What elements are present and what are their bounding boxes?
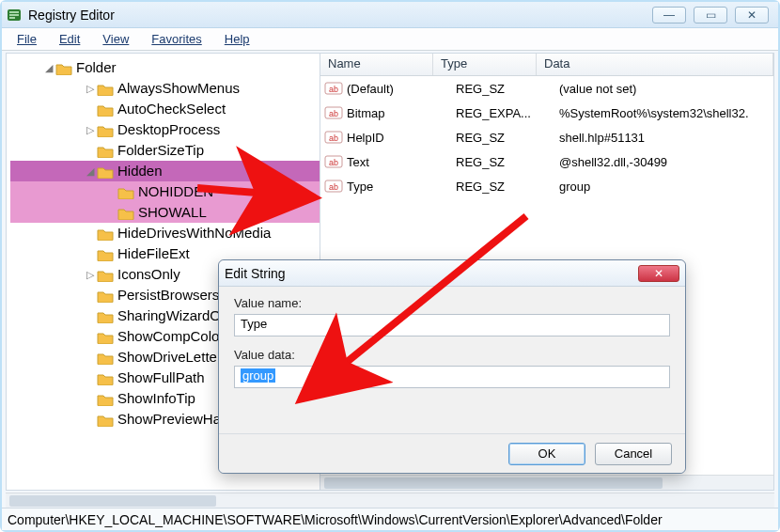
string-value-icon: ab (324, 81, 343, 96)
edit-string-dialog: Edit String ✕ Value name: Type Value dat… (218, 259, 686, 474)
value-data: (value not set) (559, 82, 773, 96)
expander-icon[interactable]: ▷ (84, 79, 97, 98)
svg-text:ab: ab (329, 133, 338, 143)
folder-icon (97, 144, 114, 157)
col-name[interactable]: Name (320, 54, 433, 75)
folder-icon (97, 330, 114, 343)
tree-item[interactable]: ▷DesktopProcess (10, 119, 320, 140)
tree-item[interactable]: ▷AlwaysShowMenus (10, 78, 320, 99)
list-row[interactable]: abHelpIDREG_SZshell.hlp#51131 (320, 125, 773, 149)
tree-label: DesktopProcess (117, 120, 220, 139)
menu-file[interactable]: File (8, 30, 46, 48)
tree-label: Hidden (117, 162, 163, 180)
window-controls: — ▭ ✕ (652, 7, 774, 23)
tree-label: FolderSizeTip (117, 141, 204, 160)
tree-label: ShowInfoTip (117, 389, 195, 408)
folder-icon (97, 351, 114, 364)
value-type: REG_SZ (456, 82, 559, 96)
tree-label: ShowCompColor (117, 327, 224, 346)
tree-label: HideDrivesWithNoMedia (117, 224, 271, 243)
tree-label: AlwaysShowMenus (117, 79, 240, 98)
folder-icon (97, 413, 114, 426)
folder-icon (97, 227, 114, 240)
svg-rect-1 (9, 11, 19, 13)
folder-icon (97, 82, 114, 95)
string-value-icon: ab (324, 130, 343, 145)
cancel-button[interactable]: Cancel (595, 443, 672, 465)
expander-icon[interactable]: ◢ (42, 58, 55, 77)
tree-item[interactable]: NOHIDDEN (10, 181, 320, 202)
expander-icon[interactable]: ▷ (84, 265, 97, 284)
value-name-label: Value name: (234, 296, 670, 310)
string-value-icon: ab (324, 154, 343, 169)
tree-label: PersistBrowsers (117, 286, 219, 305)
list-row[interactable]: abBitmapREG_EXPA...%SystemRoot%\system32… (320, 101, 773, 125)
folder-icon (117, 185, 134, 198)
value-data: group (559, 180, 773, 194)
folder-icon (55, 61, 72, 74)
tree-label: HideFileExt (117, 244, 190, 263)
menu-edit[interactable]: Edit (50, 30, 89, 48)
svg-text:ab: ab (329, 85, 338, 94)
menu-view[interactable]: View (93, 30, 138, 48)
folder-icon (97, 371, 114, 384)
dialog-buttons: OK Cancel (219, 433, 685, 473)
value-type: REG_SZ (456, 131, 559, 145)
tree-item[interactable]: AutoCheckSelect (10, 99, 320, 119)
maximize-button[interactable]: ▭ (694, 7, 727, 23)
value-name: Bitmap (347, 106, 456, 120)
menubar: File Edit View Favorites Help (2, 28, 778, 51)
value-type: REG_EXPA... (456, 106, 559, 120)
dialog-body: Value name: Type Value data: group (219, 287, 685, 433)
list-body: ab(Default)REG_SZ(value not set)abBitmap… (320, 76, 773, 198)
tree-item[interactable]: HideDrivesWithNoMedia (10, 223, 320, 243)
tree-label: SharingWizardOn (117, 306, 228, 325)
tree-item[interactable]: ◢Hidden (10, 161, 320, 181)
value-name: Text (347, 155, 456, 169)
svg-text:ab: ab (329, 158, 338, 167)
app-title: Registry Editor (28, 8, 115, 23)
tree-item[interactable]: FolderSizeTip (10, 140, 320, 161)
value-data-label: Value data: (234, 348, 670, 362)
tree-label: NOHIDDEN (138, 182, 213, 201)
value-data: shell.hlp#51131 (559, 131, 773, 145)
list-scrollbar[interactable] (320, 475, 773, 490)
folder-icon (97, 102, 114, 116)
minimize-button[interactable]: — (652, 7, 686, 23)
value-name: (Default) (347, 82, 456, 96)
folder-icon (97, 309, 114, 322)
expander-icon[interactable]: ▷ (84, 120, 97, 139)
dialog-titlebar[interactable]: Edit String ✕ (219, 260, 685, 287)
tree-item[interactable]: SHOWALL (10, 202, 320, 223)
expander-icon[interactable]: ◢ (84, 162, 97, 180)
menu-help[interactable]: Help (215, 30, 259, 48)
col-data[interactable]: Data (537, 54, 773, 75)
list-row[interactable]: abTextREG_SZ@shell32.dll,-30499 (320, 149, 773, 174)
folder-icon (97, 164, 114, 178)
col-type[interactable]: Type (433, 54, 537, 75)
svg-text:ab: ab (329, 182, 338, 192)
list-row[interactable]: abTypeREG_SZgroup (320, 174, 773, 198)
statusbar-path: Computer\HKEY_LOCAL_MACHINE\SOFTWARE\Mic… (8, 512, 663, 527)
tree-scrollbar[interactable] (6, 493, 774, 508)
value-name: Type (347, 180, 456, 194)
ok-button[interactable]: OK (508, 443, 585, 465)
list-row[interactable]: ab(Default)REG_SZ(value not set) (320, 76, 773, 101)
tree-item-folder[interactable]: ◢ Folder (10, 57, 320, 78)
svg-rect-3 (9, 17, 15, 19)
close-button[interactable]: ✕ (735, 7, 769, 23)
app-icon (6, 7, 23, 23)
folder-icon (97, 392, 114, 405)
menu-favorites[interactable]: Favorites (142, 30, 211, 48)
value-data-field[interactable]: group (234, 366, 670, 388)
svg-rect-2 (9, 14, 19, 16)
tree-label: AutoCheckSelect (117, 100, 226, 118)
titlebar[interactable]: Registry Editor — ▭ ✕ (2, 2, 778, 28)
dialog-close-button[interactable]: ✕ (638, 265, 679, 282)
dialog-title: Edit String (225, 266, 286, 281)
string-value-icon: ab (324, 105, 343, 120)
value-name-field[interactable]: Type (234, 314, 670, 336)
tree-label: SHOWALL (138, 203, 207, 222)
list-header: Name Type Data (320, 54, 773, 76)
value-data: %SystemRoot%\system32\shell32. (559, 106, 773, 120)
